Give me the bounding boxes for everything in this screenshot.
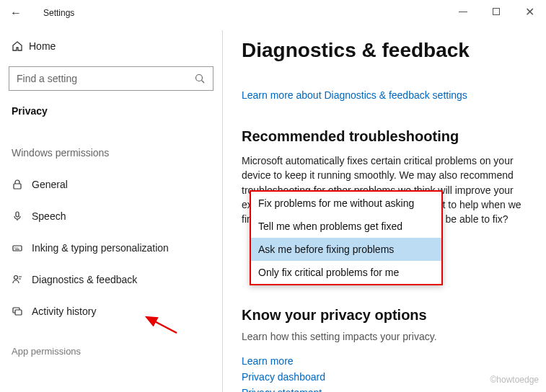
privacy-dashboard-link[interactable]: Privacy dashboard bbox=[242, 370, 532, 386]
sidebar-home-label: Home bbox=[29, 40, 56, 52]
sidebar-item-label: Inking & typing personalization bbox=[32, 242, 169, 254]
svg-rect-11 bbox=[15, 310, 22, 315]
back-button[interactable]: ← bbox=[10, 6, 27, 19]
sidebar-item-label: General bbox=[32, 179, 68, 190]
svg-rect-2 bbox=[14, 184, 21, 189]
window-title: Settings bbox=[43, 8, 74, 18]
privacy-heading: Know your privacy options bbox=[242, 307, 532, 324]
dropdown-option[interactable]: Only fix critical problems for me bbox=[251, 261, 441, 284]
watermark: ©howtoedge bbox=[490, 375, 539, 385]
sidebar-item-speech[interactable]: Speech bbox=[9, 200, 213, 232]
search-icon bbox=[194, 73, 206, 84]
learn-more-link[interactable]: Learn more about Diagnostics & feedback … bbox=[242, 89, 532, 101]
sidebar-item-label: Speech bbox=[32, 210, 66, 222]
dropdown-option[interactable]: Fix problems for me without asking bbox=[251, 192, 441, 215]
dropdown-option-selected[interactable]: Ask me before fixing problems bbox=[251, 238, 441, 261]
troubleshooting-dropdown[interactable]: Fix problems for me without asking Tell … bbox=[250, 190, 443, 285]
sidebar-item-label: Activity history bbox=[32, 306, 96, 317]
sidebar-subsection: Windows permissions bbox=[9, 147, 213, 159]
sidebar-item-activity[interactable]: Activity history bbox=[9, 295, 213, 327]
minimize-button[interactable] bbox=[446, 0, 480, 23]
sidebar-home[interactable]: Home bbox=[9, 32, 213, 61]
learn-more-link-2[interactable]: Learn more bbox=[242, 354, 532, 370]
close-button[interactable]: ✕ bbox=[513, 0, 546, 23]
dropdown-option[interactable]: Tell me when problems get fixed bbox=[251, 215, 441, 238]
privacy-statement-link[interactable]: Privacy statement bbox=[242, 386, 532, 392]
svg-rect-3 bbox=[16, 212, 19, 217]
home-icon bbox=[12, 40, 29, 52]
svg-point-9 bbox=[14, 276, 18, 280]
sidebar-item-general[interactable]: General bbox=[9, 169, 213, 200]
lock-icon bbox=[12, 179, 32, 190]
sidebar-item-inking[interactable]: Inking & typing personalization bbox=[9, 232, 213, 264]
svg-line-1 bbox=[202, 81, 205, 84]
history-icon bbox=[12, 306, 32, 317]
sidebar: Home Find a setting Privacy Windows perm… bbox=[0, 26, 222, 392]
sidebar-item-diagnostics[interactable]: Diagnostics & feedback bbox=[9, 264, 213, 295]
privacy-subtext: Learn how this setting impacts your priv… bbox=[242, 331, 532, 342]
sidebar-item-label: Diagnostics & feedback bbox=[32, 274, 137, 285]
maximize-button[interactable] bbox=[480, 0, 513, 23]
keyboard-icon bbox=[12, 242, 32, 254]
search-placeholder: Find a setting bbox=[17, 73, 77, 84]
sidebar-app-permissions: App permissions bbox=[9, 346, 213, 357]
page-title: Diagnostics & feedback bbox=[242, 39, 532, 62]
recommended-heading: Recommended troubleshooting bbox=[242, 128, 532, 145]
sidebar-section-privacy: Privacy bbox=[9, 105, 213, 117]
svg-point-0 bbox=[196, 75, 203, 81]
feedback-icon bbox=[12, 274, 32, 285]
microphone-icon bbox=[12, 210, 32, 222]
search-input[interactable]: Find a setting bbox=[9, 66, 213, 91]
